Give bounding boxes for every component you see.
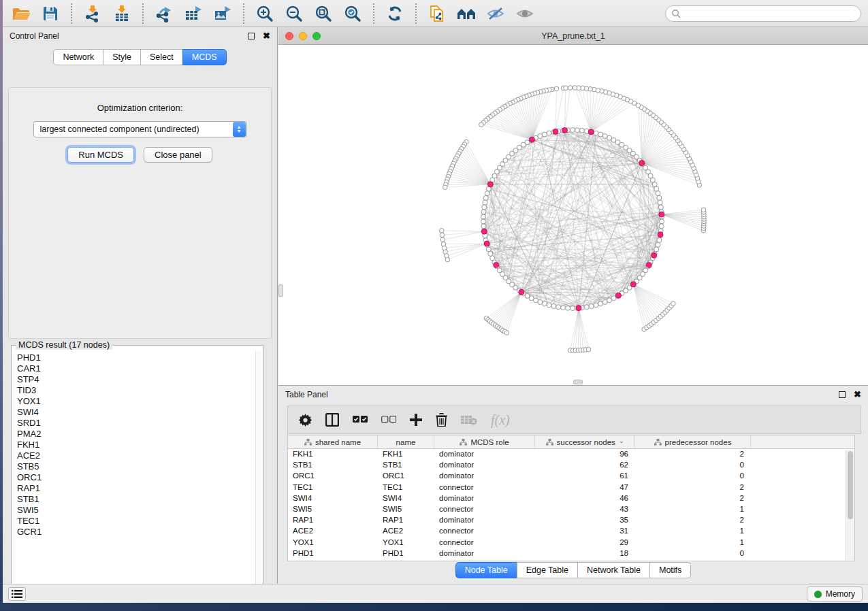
graph-mcds-node[interactable] — [553, 129, 558, 134]
graph-node[interactable] — [481, 210, 486, 214]
graph-mcds-node[interactable] — [481, 229, 487, 234]
graph-node[interactable] — [483, 200, 487, 205]
show-column-panel-icon[interactable] — [325, 413, 339, 427]
graph-node[interactable] — [602, 300, 607, 305]
open-file-icon[interactable] — [10, 3, 33, 24]
graph-node[interactable] — [656, 242, 660, 247]
panel-splitter-grip[interactable] — [278, 284, 283, 297]
table-row[interactable]: SWI4SWI4dominator462 — [288, 493, 854, 504]
graph-node[interactable] — [654, 247, 659, 252]
table-row[interactable]: TEC1TEC1connector472 — [288, 482, 854, 493]
mcds-result-item[interactable]: SWI4 — [14, 407, 255, 418]
table-row[interactable]: ACE2ACE2connector311 — [288, 526, 854, 537]
memory-button[interactable]: Memory — [807, 587, 863, 601]
graph-node[interactable] — [481, 219, 486, 224]
graph-node[interactable] — [547, 303, 551, 308]
graph-leaf-node[interactable] — [443, 185, 447, 190]
tab-style[interactable]: Style — [103, 49, 141, 65]
graph-leaf-node[interactable] — [564, 86, 568, 90]
graph-node[interactable] — [538, 134, 543, 139]
table-row[interactable]: RAP1RAP1dominator352 — [288, 515, 854, 526]
graph-leaf-node[interactable] — [439, 229, 444, 233]
graph-node[interactable] — [656, 191, 660, 196]
mcds-result-item[interactable]: ACE2 — [14, 450, 255, 461]
graph-mcds-node[interactable] — [639, 161, 645, 166]
graph-node[interactable] — [602, 134, 607, 139]
export-table-icon[interactable] — [182, 3, 205, 24]
table-row[interactable]: STB1STB1dominator620 — [288, 460, 854, 471]
graph-mcds-node[interactable] — [652, 252, 657, 258]
mcds-result-item[interactable]: CAR1 — [14, 363, 255, 374]
tab-select[interactable]: Select — [140, 49, 183, 65]
run-mcds-button[interactable]: Run MCDS — [67, 147, 134, 163]
graph-leaf-node[interactable] — [440, 233, 445, 237]
mcds-result-scrollbar[interactable] — [255, 351, 261, 595]
graph-node[interactable] — [482, 205, 487, 210]
graph-node[interactable] — [551, 304, 556, 309]
zoom-out-icon[interactable] — [283, 3, 306, 24]
first-neighbors-icon[interactable] — [455, 3, 478, 24]
graph-node[interactable] — [538, 300, 543, 305]
graph-node[interactable] — [657, 238, 662, 243]
export-network-icon[interactable] — [152, 3, 176, 24]
mcds-result-item[interactable]: STB1 — [14, 494, 255, 505]
graph-leaf-node[interactable] — [586, 347, 591, 352]
graph-node[interactable] — [607, 298, 612, 303]
graph-node[interactable] — [547, 131, 551, 135]
graph-mcds-node[interactable] — [519, 289, 524, 295]
table-row[interactable]: SWI5SWI5connector431 — [288, 504, 854, 515]
graph-node[interactable] — [481, 214, 486, 219]
graph-mcds-node[interactable] — [646, 263, 652, 268]
create-column-icon[interactable] — [410, 414, 422, 426]
column-header-successor-nodes[interactable]: successor nodes⌄ — [535, 435, 635, 448]
graph-leaf-node[interactable] — [479, 122, 484, 127]
zoom-fit-icon[interactable] — [312, 3, 335, 24]
graph-node[interactable] — [652, 182, 657, 187]
graph-node[interactable] — [657, 195, 662, 200]
graph-leaf-node[interactable] — [568, 86, 573, 90]
network-canvas[interactable] — [278, 45, 868, 385]
table-row[interactable]: YOX1YOX1connector291 — [288, 538, 854, 548]
show-all-icon[interactable] — [513, 3, 536, 24]
graph-node[interactable] — [654, 186, 659, 191]
graph-leaf-node[interactable] — [554, 86, 559, 91]
graph-node[interactable] — [575, 128, 580, 133]
graph-mcds-node[interactable] — [576, 306, 581, 311]
chevron-down-icon[interactable]: ⌄ — [619, 437, 624, 444]
tab-network-table[interactable]: Network Table — [577, 562, 650, 578]
graph-node[interactable] — [598, 301, 603, 306]
graph-node[interactable] — [650, 178, 655, 182]
graph-mcds-node[interactable] — [530, 137, 535, 142]
graph-node[interactable] — [542, 132, 547, 137]
zoom-in-icon[interactable] — [253, 3, 276, 24]
graph-leaf-node[interactable] — [636, 103, 641, 108]
search-input[interactable] — [684, 9, 855, 18]
graph-mcds-node[interactable] — [487, 182, 493, 187]
hide-selected-icon[interactable] — [484, 3, 507, 24]
mcds-result-item[interactable]: YOX1 — [14, 396, 255, 407]
delete-column-icon[interactable] — [436, 413, 447, 427]
mcds-result-item[interactable]: SWI5 — [14, 505, 255, 516]
select-all-icon[interactable] — [353, 416, 368, 424]
mcds-result-item[interactable]: PMA2 — [14, 429, 255, 440]
mcds-result-item[interactable]: TID3 — [14, 385, 255, 396]
tab-motifs[interactable]: Motifs — [649, 562, 691, 578]
graph-leaf-node[interactable] — [573, 86, 577, 90]
graph-node[interactable] — [598, 132, 603, 137]
graph-node[interactable] — [561, 306, 566, 310]
graph-mcds-node[interactable] — [616, 293, 622, 298]
table-row[interactable]: ORC1ORC1dominator610 — [288, 471, 854, 482]
search-box[interactable] — [665, 5, 861, 22]
graph-node[interactable] — [556, 305, 561, 310]
graph-leaf-node[interactable] — [671, 301, 676, 306]
graph-node[interactable] — [486, 247, 491, 252]
float-table-panel-icon[interactable] — [839, 391, 846, 398]
tab-network[interactable]: Network — [53, 49, 103, 65]
graph-node[interactable] — [594, 303, 598, 308]
graph-node[interactable] — [488, 251, 493, 256]
graph-node[interactable] — [660, 219, 664, 224]
graph-node[interactable] — [659, 224, 664, 229]
mcds-result-item[interactable]: FKH1 — [14, 440, 255, 450]
column-header-predecessor-nodes[interactable]: predecessor nodes — [635, 435, 751, 448]
graph-mcds-node[interactable] — [630, 282, 636, 287]
